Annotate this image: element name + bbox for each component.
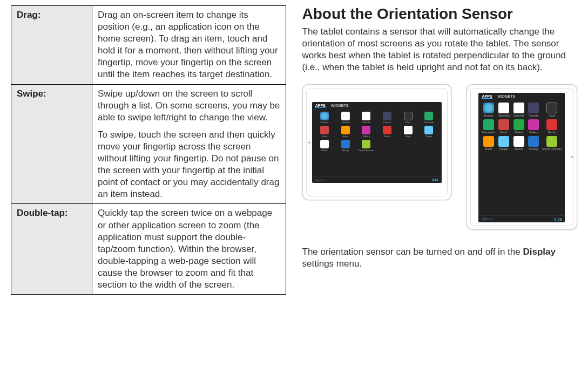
tablet-portrait: APPS WIDGETS BrowserCalculatorCalendarCa… [467, 84, 577, 230]
sound-recorder-icon [546, 136, 557, 147]
app-label: Clock [549, 114, 556, 117]
tablet-landscape: APPS WIDGETS BrowserCalculatorCalendarCa… [302, 84, 451, 200]
app-clock: Clock [542, 103, 562, 117]
app-label: Downloads [423, 121, 434, 124]
app-label: Calculator [341, 121, 350, 124]
app-settings: Settings [527, 136, 540, 151]
people-icon [498, 136, 509, 147]
table-row: Drag: Drag an on-screen item to change i… [11, 6, 286, 85]
browser-icon [483, 103, 494, 113]
gallery-icon [362, 126, 370, 134]
row-label: Drag: [11, 6, 92, 85]
app-label: Browser [484, 114, 494, 117]
clock-icon [404, 112, 413, 120]
app-label: People [425, 135, 432, 138]
home-button-icon [571, 156, 573, 158]
market-icon [513, 119, 524, 130]
app-label: Settings [529, 147, 538, 151]
status-time: 6:28 [555, 217, 562, 221]
row-label: Double-tap: [11, 204, 92, 295]
tablet-screen: APPS WIDGETS BrowserCalculatorCalendarCa… [312, 102, 442, 183]
tab-apps: APPS [482, 94, 492, 99]
gesture-table: Drag: Drag an on-screen item to change i… [11, 5, 286, 295]
email-icon [320, 126, 329, 134]
section-outro: The orientation sensor can be turned on … [302, 246, 578, 270]
downloads-icon [483, 119, 494, 130]
app-downloads: Downloads [420, 112, 438, 124]
settings-icon [341, 140, 350, 148]
app-sound-recorder: Sound Recorder [357, 140, 376, 152]
app-label: Calculator [498, 114, 510, 117]
app-settings: Settings [336, 140, 355, 152]
app-calculator: Calculator [497, 103, 510, 117]
settings-icon [528, 136, 539, 147]
tablet-screen: APPS WIDGETS BrowserCalculatorCalendarCa… [478, 93, 565, 222]
app-downloads: Downloads [482, 119, 495, 134]
email-icon [498, 119, 509, 130]
app-search: Search [315, 140, 334, 152]
app-camera: Camera [378, 112, 397, 124]
app-label: Calendar [513, 114, 524, 117]
gallery-icon [528, 119, 539, 130]
music-icon [341, 126, 350, 134]
app-sound-recorder: Sound Recorder [542, 136, 562, 151]
app-label: Gallery [529, 131, 538, 134]
app-maps: Maps [398, 126, 417, 138]
app-getjar: GetJar [542, 119, 562, 134]
nav-bar: ◁ ○ ▭ 6:28 [478, 215, 565, 222]
section-intro: The tablet contains a sensor that will a… [302, 26, 578, 73]
app-label: Camera [383, 121, 391, 124]
app-search: Search [512, 136, 525, 151]
app-people: People [497, 136, 510, 151]
app-label: Calendar [362, 121, 370, 124]
people-icon [424, 126, 433, 134]
home-button-icon [308, 141, 310, 144]
table-row: Swipe: Swipe up/down on the screen to sc… [11, 84, 286, 204]
app-email: Email [315, 126, 334, 138]
app-grid: BrowserCalculatorCalendarCameraClockDown… [478, 100, 565, 215]
tab-widgets: WIDGETS [331, 104, 349, 108]
app-label: Browser [321, 121, 329, 124]
app-calendar: Calendar [512, 103, 525, 117]
app-label: Gallery [363, 135, 370, 138]
screen-tabs: APPS WIDGETS [478, 93, 565, 100]
app-label: Downloads [482, 131, 495, 134]
app-grid: BrowserCalculatorCalendarCameraClockDown… [312, 110, 442, 176]
app-label: Email [322, 135, 327, 138]
app-clock: Clock [398, 112, 417, 124]
nav-icons: ◁ ○ ▭ [315, 178, 325, 182]
right-column: About the Orientation Sensor The tablet … [294, 5, 578, 376]
app-label: Market [515, 131, 523, 134]
tab-widgets: WIDGETS [498, 94, 516, 99]
app-music: Music [482, 136, 495, 151]
tab-apps: APPS [315, 104, 326, 108]
getjar-icon [383, 126, 391, 134]
section-heading: About the Orientation Sensor [302, 5, 578, 23]
app-label: GetJar [548, 131, 556, 134]
calculator-icon [498, 103, 509, 113]
row-label: Swipe: [11, 84, 92, 204]
camera-icon [383, 112, 391, 120]
sound-recorder-icon [362, 140, 370, 148]
row-body: Quickly tap the screen twice on a webpag… [92, 204, 286, 295]
app-label: Camera [529, 114, 538, 117]
row-body: Drag an on-screen item to change its pos… [92, 6, 286, 85]
app-label: Clock [405, 121, 411, 124]
app-camera: Camera [527, 103, 540, 117]
downloads-icon [424, 112, 433, 120]
app-label: Music [485, 147, 492, 151]
app-gallery: Gallery [357, 126, 376, 138]
search-icon [320, 140, 329, 148]
app-label: GetJar [384, 135, 390, 138]
calendar-icon [362, 112, 370, 120]
app-music: Music [336, 126, 355, 138]
app-label: Email [501, 131, 508, 134]
calendar-icon [513, 103, 524, 113]
app-people: People [420, 126, 438, 138]
screen-tabs: APPS WIDGETS [312, 102, 442, 110]
app-label: Search [515, 147, 523, 151]
app-label: Settings [341, 149, 349, 152]
app-label: Maps [405, 135, 411, 138]
app-market: Market [512, 119, 525, 134]
app-label: Sound Recorder [359, 149, 374, 152]
